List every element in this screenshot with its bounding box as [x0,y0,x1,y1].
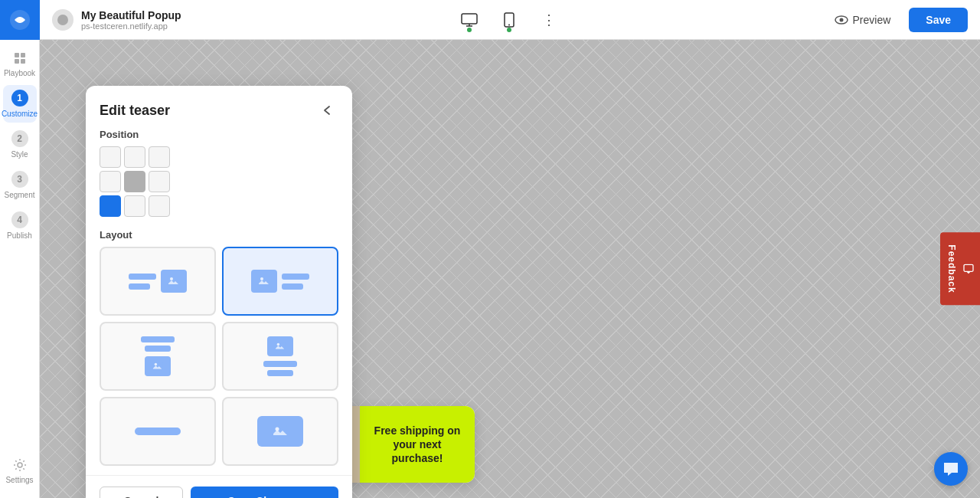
layout-2-bar1 [282,274,309,280]
layout-card-1[interactable] [100,247,216,316]
layout-3-bars [141,336,175,352]
layout-6-img [257,416,303,447]
pos-cell-2-2[interactable] [149,195,170,217]
svg-point-11 [18,463,22,467]
layout-3-preview [141,336,175,376]
layout-1-texts [129,274,156,290]
customize-num: 1 [11,90,28,106]
site-info: My Beautiful Popup ps-testceren.netlify.… [40,9,194,31]
svg-rect-22 [276,342,285,351]
layout-2-bar2 [282,283,303,290]
svg-rect-24 [273,425,287,437]
sidebar-item-segment[interactable]: 3 Segment [3,166,37,204]
topbar: My Beautiful Popup ps-testceren.netlify.… [0,0,980,40]
pos-cell-0-1[interactable] [124,146,145,168]
position-grid [100,146,338,217]
layout-2-preview [251,270,309,293]
layout-2-texts [282,274,309,290]
layout-card-4[interactable] [222,322,338,391]
pos-cell-2-1[interactable] [124,195,145,217]
pos-cell-1-0[interactable] [100,171,121,192]
svg-rect-20 [153,362,162,371]
pos-cell-0-0[interactable] [100,146,121,168]
site-icon [52,9,74,31]
more-options-btn[interactable]: ⋮ [535,6,563,34]
layout-4-img [267,336,293,356]
sidebar-item-customize-label: Customize [2,110,38,118]
dialog-overlay: Edit teaser Position [80,80,980,498]
site-details: My Beautiful Popup ps-testceren.netlify.… [81,9,181,31]
layout-grid [100,247,338,466]
sidebar-item-publish-label: Publish [7,231,32,240]
save-changes-button[interactable]: Save Changes [191,487,338,498]
sidebar-item-publish[interactable]: 4 Publish [3,207,37,244]
svg-point-1 [57,15,68,25]
pos-cell-1-1[interactable] [124,171,145,192]
svg-rect-18 [259,276,270,287]
svg-rect-2 [462,14,477,24]
layout-1-img [161,270,187,293]
topbar-actions: Preview Save [825,8,981,32]
layout-4-preview [263,336,297,376]
dialog-body: Position Layout [86,129,352,475]
cancel-button[interactable]: Cancel [100,487,183,498]
svg-rect-16 [168,276,179,287]
site-name: My Beautiful Popup [81,9,181,21]
pos-cell-1-2[interactable] [149,171,170,192]
sidebar-item-customize[interactable]: 1 Customize [3,85,37,123]
svg-point-4 [508,24,510,25]
layout-3-img [145,356,171,376]
layout-card-5[interactable] [100,397,216,466]
svg-point-21 [155,363,158,366]
layout-card-6[interactable] [222,397,338,466]
dialog-back-btn[interactable] [317,100,338,121]
mobile-dot [507,28,511,32]
sidebar-item-style-label: Style [11,150,28,159]
publish-num: 4 [11,211,28,228]
sidebar-item-settings[interactable]: Settings [3,453,37,489]
svg-point-23 [277,343,280,346]
svg-point-17 [170,277,173,280]
layout-1-bar2 [129,283,150,290]
dialog-title: Edit teaser [100,103,170,119]
svg-rect-8 [21,53,25,57]
preview-label: Preview [853,14,891,26]
svg-point-6 [839,18,843,21]
edit-teaser-dialog: Edit teaser Position [86,86,352,498]
sidebar: Playbook 1 Customize 2 Style 3 Segment 4… [0,40,40,498]
layout-label: Layout [100,229,338,241]
preview-button[interactable]: Preview [825,8,900,32]
style-num: 2 [11,130,28,147]
pos-cell-0-2[interactable] [149,146,170,168]
sidebar-item-segment-label: Segment [4,191,34,199]
sidebar-item-style[interactable]: 2 Style [3,126,37,163]
segment-num: 3 [11,171,28,188]
sidebar-item-playbook-label: Playbook [4,69,35,77]
layout-5-bar [135,428,181,435]
layout-2-img [251,270,277,293]
sidebar-bottom: Settings [3,453,37,489]
layout-4-bar1 [263,361,297,367]
site-url: ps-testceren.netlify.app [81,21,181,31]
mobile-device-btn[interactable] [495,6,523,34]
desktop-device-btn[interactable] [456,6,483,34]
chat-bubble-btn[interactable] [934,452,968,486]
layout-1-bar1 [129,274,156,280]
svg-rect-10 [21,59,25,64]
layout-5-preview [135,428,181,435]
svg-rect-7 [15,53,19,57]
save-button[interactable]: Save [909,8,968,32]
position-label: Position [100,129,338,140]
svg-point-25 [276,428,279,431]
svg-rect-9 [15,59,19,64]
sidebar-item-playbook[interactable]: Playbook [3,46,37,82]
app-logo [0,0,40,40]
device-switcher: ⋮ [194,6,825,34]
pos-cell-2-0[interactable] [100,195,121,217]
desktop-dot [467,28,472,32]
layout-3-bar1 [141,336,175,342]
layout-card-3[interactable] [100,322,216,391]
settings-label: Settings [5,476,33,484]
dialog-footer: Cancel Save Changes [86,475,352,498]
layout-card-2[interactable] [222,247,338,316]
